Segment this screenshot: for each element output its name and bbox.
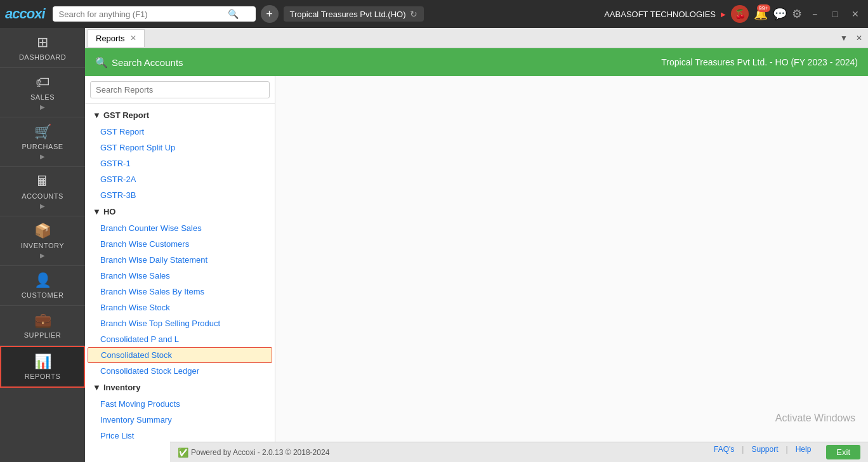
accounts-icon: 🖩: [36, 173, 49, 190]
activate-windows-text: Activate Windows: [775, 412, 855, 424]
notification-badge: 99+: [757, 4, 770, 12]
accounts-chevron-icon: ▶: [40, 202, 45, 209]
tree-category-ho[interactable]: ▼ HO: [85, 203, 275, 220]
report-search-input[interactable]: [90, 81, 270, 98]
company-selector-label: Tropical Treasures Pvt Ltd.(HO): [290, 10, 406, 19]
sales-chevron-icon: ▶: [40, 103, 45, 110]
reports-icon: 📊: [34, 353, 51, 370]
tree-item-branch-stock[interactable]: Branch Wise Stock: [85, 300, 275, 315]
dashboard-icon: ⊞: [37, 34, 48, 51]
search-accounts-label: Search Accounts: [112, 57, 183, 68]
search-accounts-icon: 🔍: [95, 56, 108, 69]
sidebar-label-supplier: SUPPLIER: [24, 331, 61, 339]
tree-item-branch-daily[interactable]: Branch Wise Daily Statement: [85, 252, 275, 268]
inventory-collapse-icon: ▼: [93, 383, 101, 392]
footer-faq-link[interactable]: FAQ's: [714, 445, 734, 459]
footer-sep1: |: [742, 445, 744, 459]
tree-item-branch-counter[interactable]: Branch Counter Wise Sales: [85, 220, 275, 236]
main-content: Reports ✕ ▼ ✕ 🔍 Search Accounts Tropical…: [85, 28, 868, 462]
tree-item-consolidated-pl[interactable]: Consolidated P and L: [85, 331, 275, 347]
customer-icon: 👤: [34, 272, 51, 289]
sales-icon: 🏷: [36, 74, 49, 91]
tree-item-branch-top[interactable]: Branch Wise Top Selling Product: [85, 315, 275, 331]
sidebar: ⊞ DASHBOARD 🏷 SALES ▶ 🛒 PURCHASE ▶ 🖩 ACC…: [0, 28, 85, 462]
exit-button[interactable]: Exit: [826, 445, 860, 459]
tree-item-consolidated-ledger[interactable]: Consolidated Stock Ledger: [85, 363, 275, 379]
tab-close-button[interactable]: ✕: [130, 34, 136, 43]
minimize-button[interactable]: −: [807, 6, 822, 22]
tree-item-inventory-summary[interactable]: Inventory Summary: [85, 412, 275, 428]
tab-scroll-left[interactable]: ▼: [838, 32, 850, 44]
company-title-header: Tropical Treasures Pvt Ltd. - HO (FY 202…: [661, 57, 858, 67]
refresh-icon[interactable]: ↻: [410, 9, 418, 19]
global-search-bar[interactable]: 🔍: [53, 6, 256, 22]
tab-reports-label: Reports: [96, 34, 125, 43]
notifications-icon[interactable]: 🔔 99+: [754, 7, 768, 21]
footer-powered-by: Powered by Accoxi - 2.0.13 © 2018-2024: [191, 448, 329, 457]
tree-category-gst[interactable]: ▼ GST Report: [85, 107, 275, 124]
company-name-label: AABASOFT TECHNOLOGIES: [604, 10, 716, 19]
sidebar-item-reports[interactable]: 📊 REPORTS: [0, 346, 85, 388]
tree-item-fast-moving[interactable]: Fast Moving Products: [85, 396, 275, 412]
sidebar-label-accounts: ACCOUNTS: [22, 192, 63, 200]
global-search-input[interactable]: [59, 10, 224, 19]
maximize-button[interactable]: □: [827, 6, 843, 22]
purchase-icon: 🛒: [34, 124, 51, 140]
sidebar-item-customer[interactable]: 👤 CUSTOMER: [0, 266, 85, 306]
app-logo: accoxi: [5, 6, 45, 22]
tree-item-gst-report[interactable]: GST Report: [85, 124, 275, 140]
tree-item-gstr2a[interactable]: GSTR-2A: [85, 171, 275, 187]
report-panel: ▼ GST Report GST Report GST Report Split…: [85, 76, 275, 462]
footer-logo-icon: ✅: [178, 447, 188, 458]
tree-item-branch-customers[interactable]: Branch Wise Customers: [85, 236, 275, 252]
report-search-area: [85, 76, 275, 104]
content-header: 🔍 Search Accounts Tropical Treasures Pvt…: [85, 48, 868, 76]
ho-collapse-icon: ▼: [93, 207, 101, 216]
report-content-area: Activate Windows: [275, 76, 868, 462]
settings-icon[interactable]: ⚙: [792, 7, 802, 21]
tree-item-gstr3b[interactable]: GSTR-3B: [85, 187, 275, 203]
sidebar-label-inventory: INVENTORY: [21, 242, 64, 249]
sidebar-label-dashboard: DASHBOARD: [19, 53, 66, 61]
search-accounts-area[interactable]: 🔍 Search Accounts: [95, 56, 183, 69]
tree-category-inventory-label: Inventory: [103, 383, 141, 392]
sidebar-label-customer: CUSTOMER: [22, 291, 64, 299]
tree-category-inventory[interactable]: ▼ Inventory: [85, 379, 275, 396]
tree-item-branch-sales[interactable]: Branch Wise Sales: [85, 268, 275, 284]
avatar: 🍒: [731, 5, 749, 23]
footer-links: FAQ's | Support | Help Exit: [714, 445, 860, 459]
footer-support-link[interactable]: Support: [751, 445, 778, 459]
close-button[interactable]: ✕: [848, 6, 863, 22]
content-body: ▼ GST Report GST Report GST Report Split…: [85, 76, 868, 462]
messages-icon[interactable]: 💬: [773, 7, 787, 21]
sidebar-item-inventory[interactable]: 📦 INVENTORY ▶: [0, 216, 85, 266]
topbar-right: AABASOFT TECHNOLOGIES ▶ 🍒 🔔 99+ 💬 ⚙ − □ …: [604, 5, 863, 23]
tree-category-gst-label: GST Report: [103, 110, 149, 120]
tree-category-ho-label: HO: [103, 207, 116, 216]
inventory-icon: 📦: [34, 223, 51, 239]
tree-item-consolidated-stock[interactable]: Consolidated Stock: [88, 347, 272, 363]
tab-reports[interactable]: Reports ✕: [88, 29, 145, 47]
tree-item-gst-split[interactable]: GST Report Split Up: [85, 140, 275, 155]
sidebar-label-purchase: PURCHASE: [22, 143, 63, 150]
report-tree: ▼ GST Report GST Report GST Report Split…: [85, 104, 275, 462]
company-selector[interactable]: Tropical Treasures Pvt Ltd.(HO) ↻: [284, 6, 424, 22]
inventory-chevron-icon: ▶: [40, 252, 45, 259]
sidebar-item-supplier[interactable]: 💼 SUPPLIER: [0, 306, 85, 346]
gst-collapse-icon: ▼: [93, 110, 101, 120]
sidebar-label-sales: SALES: [30, 93, 55, 101]
company-arrow-icon: ▶: [721, 11, 726, 18]
footer: ✅ Powered by Accoxi - 2.0.13 © 2018-2024…: [170, 442, 868, 462]
search-icon: 🔍: [228, 9, 239, 19]
sidebar-item-dashboard[interactable]: ⊞ DASHBOARD: [0, 28, 85, 68]
sidebar-item-accounts[interactable]: 🖩 ACCOUNTS ▶: [0, 167, 85, 216]
sidebar-item-purchase[interactable]: 🛒 PURCHASE ▶: [0, 117, 85, 167]
footer-sep2: |: [786, 445, 788, 459]
add-button[interactable]: +: [261, 5, 279, 23]
topbar: accoxi 🔍 + Tropical Treasures Pvt Ltd.(H…: [0, 0, 868, 28]
footer-help-link[interactable]: Help: [796, 445, 812, 459]
tree-item-gstr1[interactable]: GSTR-1: [85, 155, 275, 171]
sidebar-item-sales[interactable]: 🏷 SALES ▶: [0, 68, 85, 117]
tab-close-all[interactable]: ✕: [853, 32, 865, 44]
tree-item-branch-sales-items[interactable]: Branch Wise Sales By Items: [85, 284, 275, 300]
